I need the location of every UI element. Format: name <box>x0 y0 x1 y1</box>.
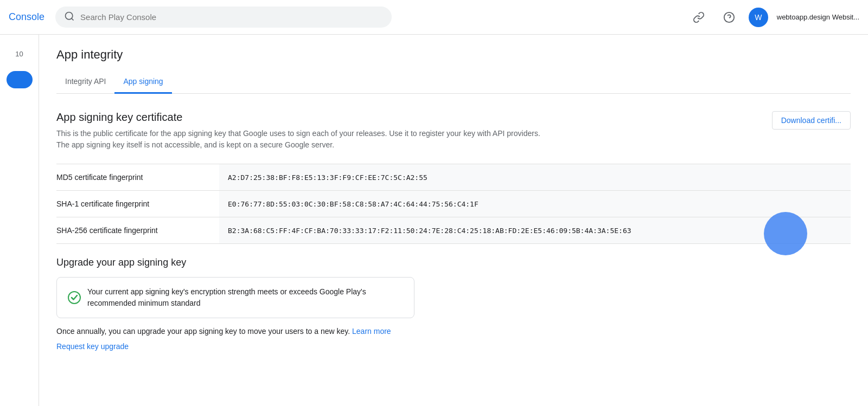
download-certificate-button[interactable]: Download certifi... <box>772 111 851 130</box>
certificate-section-title: App signing key certificate <box>56 111 545 124</box>
learn-more-link[interactable]: Learn more <box>352 327 391 336</box>
link-icon-button[interactable] <box>688 7 710 28</box>
check-circle-icon <box>68 291 81 304</box>
user-label[interactable]: webtoapp.design Websit... <box>777 13 859 21</box>
fingerprint-table: MD5 certificate fingerprint A2:D7:25:38:… <box>56 164 851 244</box>
request-key-upgrade-link[interactable]: Request key upgrade <box>56 342 129 351</box>
certificate-section-desc: This is the public certificate for the a… <box>56 128 545 151</box>
help-icon-button[interactable] <box>718 7 740 28</box>
sidebar: 10 <box>0 35 39 406</box>
search-bar-container <box>55 7 392 28</box>
tabs-container: Integrity API App signing <box>56 70 851 94</box>
upgrade-section-title: Upgrade your app signing key <box>56 257 851 268</box>
table-row: SHA-1 certificate fingerprint E0:76:77:8… <box>56 191 851 217</box>
avatar[interactable]: W <box>749 8 768 27</box>
tab-app-signing[interactable]: App signing <box>114 70 171 94</box>
status-box: Your current app signing key's encryptio… <box>56 277 414 318</box>
md5-value: A2:D7:25:38:BF:F8:E5:13:3F:F9:CF:EE:7C:5… <box>219 164 851 191</box>
sha1-label: SHA-1 certificate fingerprint <box>56 191 219 217</box>
tab-integrity-api[interactable]: Integrity API <box>56 70 114 94</box>
main-content: App integrity Integrity API App signing … <box>39 35 868 406</box>
page-title: App integrity <box>56 48 851 62</box>
search-input[interactable] <box>80 12 383 22</box>
sidebar-number: 10 <box>11 46 27 62</box>
sha256-label: SHA-256 certificate fingerprint <box>56 217 219 244</box>
section-header-row: App signing key certificate This is the … <box>56 111 851 164</box>
sidebar-button[interactable] <box>7 71 33 88</box>
sha1-value: E0:76:77:8D:55:03:0C:30:BF:58:C8:58:A7:4… <box>219 191 851 217</box>
upgrade-section: Upgrade your app signing key Your curren… <box>56 257 851 351</box>
sha256-value: B2:3A:68:C5:FF:4F:CF:BA:70:33:33:17:F2:1… <box>219 217 851 244</box>
certificate-section: App signing key certificate This is the … <box>56 111 851 244</box>
svg-point-0 <box>66 12 73 20</box>
status-message: Your current app signing key's encryptio… <box>87 286 403 309</box>
search-icon <box>64 11 75 23</box>
table-row: SHA-256 certificate fingerprint B2:3A:68… <box>56 217 851 244</box>
section-title-area: App signing key certificate This is the … <box>56 111 545 164</box>
md5-label: MD5 certificate fingerprint <box>56 164 219 191</box>
table-row: MD5 certificate fingerprint A2:D7:25:38:… <box>56 164 851 191</box>
cursor-circle <box>764 212 807 255</box>
console-label: Console <box>9 11 44 23</box>
header-right: W webtoapp.design Websit... <box>688 7 859 28</box>
header-left: Console <box>9 7 392 28</box>
svg-line-1 <box>72 18 74 21</box>
top-header: Console W webtoapp.des <box>0 0 868 35</box>
annual-note: Once annually, you can upgrade your app … <box>56 327 851 336</box>
